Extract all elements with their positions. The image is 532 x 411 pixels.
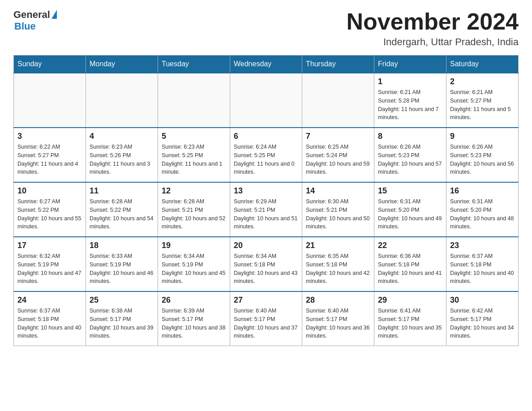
day-info: Sunrise: 6:40 AM Sunset: 5:17 PM Dayligh… bbox=[234, 307, 298, 340]
day-number: 30 bbox=[450, 295, 515, 305]
calendar-cell: 18Sunrise: 6:33 AM Sunset: 5:19 PM Dayli… bbox=[86, 237, 158, 291]
day-info: Sunrise: 6:37 AM Sunset: 5:18 PM Dayligh… bbox=[450, 252, 515, 286]
logo-blue-text: Blue bbox=[14, 21, 36, 32]
day-number: 24 bbox=[17, 295, 82, 305]
day-number: 23 bbox=[450, 241, 515, 250]
day-number: 14 bbox=[306, 186, 370, 196]
day-of-week-header: Thursday bbox=[302, 56, 374, 73]
day-number: 16 bbox=[450, 186, 515, 196]
day-number: 12 bbox=[162, 186, 226, 196]
calendar-cell bbox=[86, 73, 158, 128]
location-subtitle: Indergarh, Uttar Pradesh, India bbox=[347, 36, 519, 48]
calendar-cell: 2Sunrise: 6:21 AM Sunset: 5:27 PM Daylig… bbox=[446, 73, 519, 128]
day-number: 17 bbox=[17, 241, 82, 250]
page-header: General Blue November 2024 Indergarh, Ut… bbox=[13, 9, 519, 48]
calendar-cell: 28Sunrise: 6:40 AM Sunset: 5:17 PM Dayli… bbox=[302, 291, 374, 346]
day-info: Sunrise: 6:39 AM Sunset: 5:17 PM Dayligh… bbox=[162, 307, 226, 340]
day-number: 10 bbox=[17, 186, 82, 196]
logo-general-text: General bbox=[13, 9, 50, 21]
day-info: Sunrise: 6:35 AM Sunset: 5:18 PM Dayligh… bbox=[306, 252, 370, 286]
calendar-week-row: 10Sunrise: 6:27 AM Sunset: 5:22 PM Dayli… bbox=[14, 182, 519, 237]
day-info: Sunrise: 6:36 AM Sunset: 5:18 PM Dayligh… bbox=[378, 252, 442, 286]
day-number: 19 bbox=[162, 241, 226, 250]
calendar-cell: 6Sunrise: 6:24 AM Sunset: 5:25 PM Daylig… bbox=[230, 128, 302, 182]
day-number: 4 bbox=[90, 132, 154, 141]
day-info: Sunrise: 6:26 AM Sunset: 5:23 PM Dayligh… bbox=[378, 143, 442, 176]
day-info: Sunrise: 6:26 AM Sunset: 5:23 PM Dayligh… bbox=[450, 143, 515, 176]
calendar-cell: 7Sunrise: 6:25 AM Sunset: 5:24 PM Daylig… bbox=[302, 128, 374, 182]
calendar-cell: 8Sunrise: 6:26 AM Sunset: 5:23 PM Daylig… bbox=[374, 128, 446, 182]
day-number: 20 bbox=[234, 241, 298, 250]
day-info: Sunrise: 6:42 AM Sunset: 5:17 PM Dayligh… bbox=[450, 307, 515, 340]
day-number: 27 bbox=[234, 295, 298, 305]
calendar-cell: 12Sunrise: 6:28 AM Sunset: 5:21 PM Dayli… bbox=[158, 182, 230, 237]
calendar-cell: 9Sunrise: 6:26 AM Sunset: 5:23 PM Daylig… bbox=[446, 128, 519, 182]
day-number: 25 bbox=[90, 295, 154, 305]
calendar-cell: 16Sunrise: 6:31 AM Sunset: 5:20 PM Dayli… bbox=[446, 182, 519, 237]
day-info: Sunrise: 6:38 AM Sunset: 5:17 PM Dayligh… bbox=[90, 307, 154, 340]
calendar-cell: 13Sunrise: 6:29 AM Sunset: 5:21 PM Dayli… bbox=[230, 182, 302, 237]
calendar-cell: 21Sunrise: 6:35 AM Sunset: 5:18 PM Dayli… bbox=[302, 237, 374, 291]
day-of-week-header: Monday bbox=[86, 56, 158, 73]
day-of-week-header: Sunday bbox=[14, 56, 86, 73]
day-info: Sunrise: 6:40 AM Sunset: 5:17 PM Dayligh… bbox=[306, 307, 370, 340]
calendar-table: SundayMondayTuesdayWednesdayThursdayFrid… bbox=[13, 55, 519, 346]
calendar-cell: 29Sunrise: 6:41 AM Sunset: 5:17 PM Dayli… bbox=[374, 291, 446, 346]
day-info: Sunrise: 6:23 AM Sunset: 5:25 PM Dayligh… bbox=[162, 143, 226, 176]
day-info: Sunrise: 6:33 AM Sunset: 5:19 PM Dayligh… bbox=[90, 252, 154, 286]
header-right: November 2024 Indergarh, Uttar Pradesh, … bbox=[347, 9, 519, 48]
day-info: Sunrise: 6:30 AM Sunset: 5:21 PM Dayligh… bbox=[306, 197, 370, 231]
calendar-cell: 15Sunrise: 6:31 AM Sunset: 5:20 PM Dayli… bbox=[374, 182, 446, 237]
day-of-week-header: Wednesday bbox=[230, 56, 302, 73]
day-info: Sunrise: 6:41 AM Sunset: 5:17 PM Dayligh… bbox=[378, 307, 442, 340]
day-info: Sunrise: 6:32 AM Sunset: 5:19 PM Dayligh… bbox=[17, 252, 82, 286]
day-number: 15 bbox=[378, 186, 442, 196]
day-number: 11 bbox=[90, 186, 154, 196]
calendar-cell: 10Sunrise: 6:27 AM Sunset: 5:22 PM Dayli… bbox=[14, 182, 86, 237]
calendar-cell: 3Sunrise: 6:22 AM Sunset: 5:27 PM Daylig… bbox=[14, 128, 86, 182]
day-number: 13 bbox=[234, 186, 298, 196]
day-number: 28 bbox=[306, 295, 370, 305]
day-number: 29 bbox=[378, 295, 442, 305]
calendar-cell bbox=[302, 73, 374, 128]
day-info: Sunrise: 6:31 AM Sunset: 5:20 PM Dayligh… bbox=[450, 197, 515, 231]
calendar-week-row: 1Sunrise: 6:21 AM Sunset: 5:28 PM Daylig… bbox=[14, 73, 519, 128]
calendar-week-row: 3Sunrise: 6:22 AM Sunset: 5:27 PM Daylig… bbox=[14, 128, 519, 182]
calendar-cell: 1Sunrise: 6:21 AM Sunset: 5:28 PM Daylig… bbox=[374, 73, 446, 128]
calendar-header-row: SundayMondayTuesdayWednesdayThursdayFrid… bbox=[14, 56, 519, 73]
day-number: 1 bbox=[378, 77, 442, 86]
logo-triangle-icon bbox=[51, 10, 57, 19]
day-number: 22 bbox=[378, 241, 442, 250]
day-info: Sunrise: 6:23 AM Sunset: 5:26 PM Dayligh… bbox=[90, 143, 154, 176]
calendar-cell bbox=[230, 73, 302, 128]
day-info: Sunrise: 6:31 AM Sunset: 5:20 PM Dayligh… bbox=[378, 197, 442, 231]
day-of-week-header: Friday bbox=[374, 56, 446, 73]
calendar-cell: 11Sunrise: 6:28 AM Sunset: 5:22 PM Dayli… bbox=[86, 182, 158, 237]
calendar-cell: 17Sunrise: 6:32 AM Sunset: 5:19 PM Dayli… bbox=[14, 237, 86, 291]
day-info: Sunrise: 6:37 AM Sunset: 5:18 PM Dayligh… bbox=[17, 307, 82, 340]
day-number: 7 bbox=[306, 132, 370, 141]
day-info: Sunrise: 6:28 AM Sunset: 5:22 PM Dayligh… bbox=[90, 197, 154, 231]
logo: General Blue bbox=[13, 9, 57, 32]
calendar-cell: 23Sunrise: 6:37 AM Sunset: 5:18 PM Dayli… bbox=[446, 237, 519, 291]
day-number: 21 bbox=[306, 241, 370, 250]
day-of-week-header: Tuesday bbox=[158, 56, 230, 73]
day-info: Sunrise: 6:28 AM Sunset: 5:21 PM Dayligh… bbox=[162, 197, 226, 231]
day-number: 8 bbox=[378, 132, 442, 141]
calendar-cell bbox=[158, 73, 230, 128]
month-year-title: November 2024 bbox=[347, 9, 519, 34]
calendar-week-row: 24Sunrise: 6:37 AM Sunset: 5:18 PM Dayli… bbox=[14, 291, 519, 346]
day-number: 3 bbox=[17, 132, 82, 141]
calendar-cell bbox=[14, 73, 86, 128]
calendar-cell: 4Sunrise: 6:23 AM Sunset: 5:26 PM Daylig… bbox=[86, 128, 158, 182]
calendar-cell: 19Sunrise: 6:34 AM Sunset: 5:19 PM Dayli… bbox=[158, 237, 230, 291]
day-number: 9 bbox=[450, 132, 515, 141]
calendar-cell: 24Sunrise: 6:37 AM Sunset: 5:18 PM Dayli… bbox=[14, 291, 86, 346]
day-number: 6 bbox=[234, 132, 298, 141]
calendar-cell: 27Sunrise: 6:40 AM Sunset: 5:17 PM Dayli… bbox=[230, 291, 302, 346]
calendar-cell: 26Sunrise: 6:39 AM Sunset: 5:17 PM Dayli… bbox=[158, 291, 230, 346]
day-info: Sunrise: 6:27 AM Sunset: 5:22 PM Dayligh… bbox=[17, 197, 82, 231]
day-of-week-header: Saturday bbox=[446, 56, 519, 73]
calendar-cell: 22Sunrise: 6:36 AM Sunset: 5:18 PM Dayli… bbox=[374, 237, 446, 291]
calendar-cell: 20Sunrise: 6:34 AM Sunset: 5:18 PM Dayli… bbox=[230, 237, 302, 291]
